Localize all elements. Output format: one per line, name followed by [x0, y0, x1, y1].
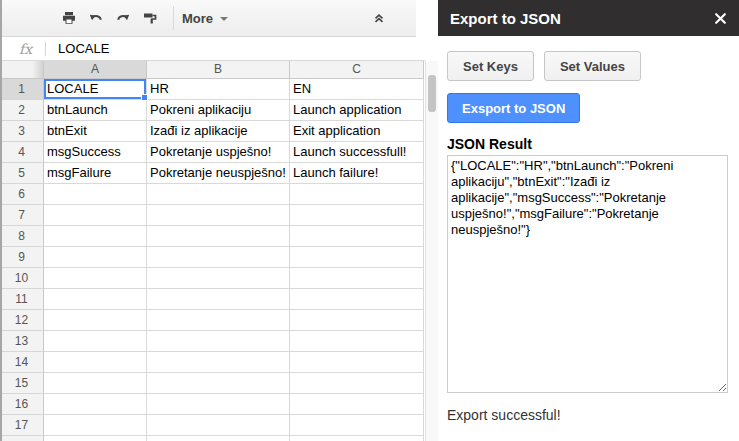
cell-C16[interactable]	[290, 394, 424, 415]
cell-A2[interactable]: btnLaunch	[44, 100, 147, 121]
row-header-9[interactable]: 9	[0, 247, 44, 268]
export-to-json-button[interactable]: Exsport to JSON	[447, 93, 580, 123]
cell-A15[interactable]	[44, 373, 147, 394]
grid-row-4: 4msgSuccessPokretanje uspješno!Launch su…	[0, 142, 424, 163]
scrollbar-thumb[interactable]	[428, 75, 436, 112]
cell-A6[interactable]	[44, 184, 147, 205]
collapse-toolbar-button[interactable]	[368, 7, 390, 29]
cell-A10[interactable]	[44, 268, 147, 289]
cell-A11[interactable]	[44, 289, 147, 310]
cell-B8[interactable]	[147, 226, 290, 247]
cell-B17[interactable]	[147, 415, 290, 436]
undo-button[interactable]	[85, 6, 107, 30]
cell-B4[interactable]: Pokretanje uspješno!	[147, 142, 290, 163]
window-edge	[0, 0, 2, 441]
row-header-3[interactable]: 3	[0, 121, 44, 142]
vertical-scrollbar[interactable]	[425, 61, 438, 441]
cell-B5[interactable]: Pokretanje neuspješno!	[147, 163, 290, 184]
cell-C6[interactable]	[290, 184, 424, 205]
formula-input[interactable]: LOCALE	[58, 41, 109, 56]
row-header-5[interactable]: 5	[0, 163, 44, 184]
row-header-16[interactable]: 16	[0, 394, 44, 415]
row-header-2[interactable]: 2	[0, 100, 44, 121]
row-header-17[interactable]: 17	[0, 415, 44, 436]
cell-B15[interactable]	[147, 373, 290, 394]
column-header-A[interactable]: A	[44, 61, 147, 79]
cell-B7[interactable]	[147, 205, 290, 226]
row-header-10[interactable]: 10	[0, 268, 44, 289]
grid-row-1: 1LOCALEHREN	[0, 79, 424, 100]
set-keys-button[interactable]: Set Keys	[447, 51, 534, 81]
row-header-13[interactable]: 13	[0, 331, 44, 352]
cell-C13[interactable]	[290, 331, 424, 352]
select-all-corner[interactable]	[0, 61, 44, 79]
redo-button[interactable]	[112, 6, 134, 30]
row-header-7[interactable]: 7	[0, 205, 44, 226]
column-header-C[interactable]: C	[290, 61, 424, 79]
row-header-1[interactable]: 1	[0, 79, 44, 100]
row-header-12[interactable]: 12	[0, 310, 44, 331]
cell-B16[interactable]	[147, 394, 290, 415]
cell-B2[interactable]: Pokreni aplikaciju	[147, 100, 290, 121]
row-header-15[interactable]: 15	[0, 373, 44, 394]
cell-B3[interactable]: Izađi iz aplikacije	[147, 121, 290, 142]
cell-C12[interactable]	[290, 310, 424, 331]
cell-C3[interactable]: Exit application	[290, 121, 424, 142]
cell-C7[interactable]	[290, 205, 424, 226]
cell-C11[interactable]	[290, 289, 424, 310]
cell-A1[interactable]: LOCALE	[44, 79, 147, 100]
row-header-6[interactable]: 6	[0, 184, 44, 205]
undo-icon	[88, 10, 104, 26]
cell-B10[interactable]	[147, 268, 290, 289]
cell-C17[interactable]	[290, 415, 424, 436]
cell-A8[interactable]	[44, 226, 147, 247]
cell-B14[interactable]	[147, 352, 290, 373]
toolbar-separator	[173, 6, 174, 30]
grid-rows: 1LOCALEHREN2btnLaunchPokreni aplikacijuL…	[0, 79, 424, 441]
row-header-8[interactable]: 8	[0, 226, 44, 247]
cell-B6[interactable]	[147, 184, 290, 205]
print-button[interactable]	[58, 6, 80, 30]
close-icon	[714, 12, 727, 25]
cell-A9[interactable]	[44, 247, 147, 268]
row-header-11[interactable]: 11	[0, 289, 44, 310]
toolbar: More	[0, 0, 416, 37]
row-header-4[interactable]: 4	[0, 142, 44, 163]
column-header-row: A B C	[0, 61, 424, 79]
cell-A3[interactable]: btnExit	[44, 121, 147, 142]
cell-B12[interactable]	[147, 310, 290, 331]
cell-C5[interactable]: Launch failure!	[290, 163, 424, 184]
cell-C8[interactable]	[290, 226, 424, 247]
grid-row-11: 11	[0, 289, 424, 310]
cell-C9[interactable]	[290, 247, 424, 268]
cell-B11[interactable]	[147, 289, 290, 310]
more-menu-button[interactable]: More	[182, 11, 228, 26]
cell-A5[interactable]: msgFailure	[44, 163, 147, 184]
cell-A4[interactable]: msgSuccess	[44, 142, 147, 163]
cell-C1[interactable]: EN	[290, 79, 424, 100]
cell-C14[interactable]	[290, 352, 424, 373]
cell-C2[interactable]: Launch application	[290, 100, 424, 121]
row-header-14[interactable]: 14	[0, 352, 44, 373]
json-result-textarea[interactable]: {"LOCALE":"HR","btnLaunch":"Pokreni apli…	[447, 155, 728, 393]
paint-format-button[interactable]	[139, 6, 161, 30]
cell-B9[interactable]	[147, 247, 290, 268]
export-panel: Export to JSON Set Keys Set Values Exspo…	[438, 0, 739, 441]
cell-A7[interactable]	[44, 205, 147, 226]
cell-C4[interactable]: Launch successfull!	[290, 142, 424, 163]
cell-A12[interactable]	[44, 310, 147, 331]
cell-A16[interactable]	[44, 394, 147, 415]
column-header-B[interactable]: B	[147, 61, 290, 79]
cell-B13[interactable]	[147, 331, 290, 352]
cell-A14[interactable]	[44, 352, 147, 373]
cell-B1[interactable]: HR	[147, 79, 290, 100]
set-values-button[interactable]: Set Values	[544, 51, 641, 81]
cell-A13[interactable]	[44, 331, 147, 352]
grid-row-9: 9	[0, 247, 424, 268]
cell-C10[interactable]	[290, 268, 424, 289]
panel-title: Export to JSON	[450, 10, 712, 27]
grid-row-3: 3btnExitIzađi iz aplikacijeExit applicat…	[0, 121, 424, 142]
cell-A17[interactable]	[44, 415, 147, 436]
cell-C15[interactable]	[290, 373, 424, 394]
close-button[interactable]	[712, 10, 728, 26]
